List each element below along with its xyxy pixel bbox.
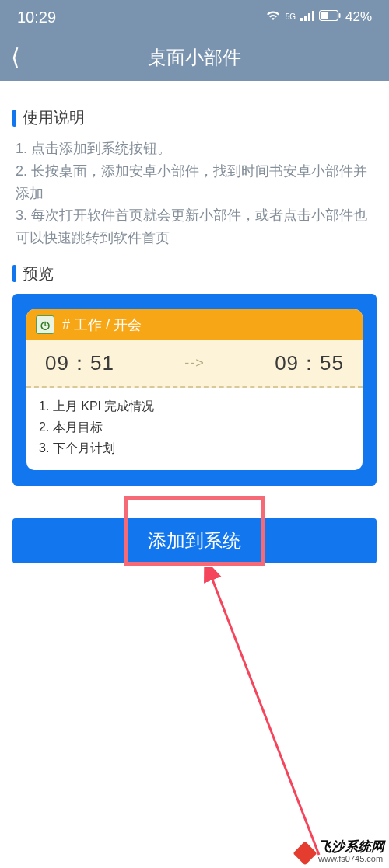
- svg-rect-2: [308, 13, 310, 21]
- status-time: 10:29: [17, 9, 56, 26]
- battery-percent: 42%: [345, 9, 372, 25]
- arrow-icon: -->: [184, 355, 205, 371]
- widget-times: 09：51 --> 09：55: [26, 340, 363, 388]
- instruction-line: 3. 每次打开软件首页就会更新小部件，或者点击小部件也可以快速跳转到软件首页: [16, 204, 377, 249]
- content-area: 使用说明 1. 点击添加到系统按钮。 2. 长按桌面，添加安卓小部件，找到时间书…: [0, 81, 389, 486]
- status-bar: 10:29 5G 42%: [0, 0, 389, 34]
- back-icon[interactable]: ⟨: [11, 46, 20, 69]
- add-to-system-button[interactable]: 添加到系统: [12, 518, 377, 563]
- svg-rect-1: [304, 16, 307, 21]
- page-title: 桌面小部件: [148, 45, 241, 70]
- widget-preview: ◷ # 工作 / 开会 09：51 --> 09：55 1. 上月 KPI 完成…: [26, 309, 363, 470]
- svg-rect-0: [300, 18, 303, 21]
- instruction-line: 1. 点击添加到系统按钮。: [16, 138, 377, 160]
- widget-app-icon: ◷: [36, 315, 54, 334]
- signal-icon: [300, 9, 314, 25]
- instructions-text: 1. 点击添加到系统按钮。 2. 长按桌面，添加安卓小部件，找到时间书安卓小部件…: [12, 138, 377, 249]
- preview-card: ◷ # 工作 / 开会 09：51 --> 09：55 1. 上月 KPI 完成…: [12, 294, 377, 486]
- svg-rect-3: [312, 11, 314, 21]
- widget-task-item: 2. 本月目标: [39, 417, 350, 437]
- watermark-url: www.fs0745.com: [318, 855, 384, 863]
- watermark-logo-icon: [293, 841, 317, 865]
- widget-header: ◷ # 工作 / 开会: [26, 309, 363, 340]
- section-title-instructions: 使用说明: [12, 107, 377, 128]
- page-header: ⟨ 桌面小部件: [0, 34, 389, 81]
- widget-tag: # 工作 / 开会: [62, 315, 142, 334]
- widget-task-item: 1. 上月 KPI 完成情况: [39, 396, 350, 417]
- widget-time-start: 09：51: [45, 350, 114, 377]
- svg-line-7: [210, 573, 319, 855]
- watermark: 飞沙系统网 www.fs0745.com: [296, 840, 384, 863]
- instruction-line: 2. 长按桌面，添加安卓小部件，找到时间书安卓小部件并添加: [16, 160, 377, 205]
- section-title-preview: 预览: [12, 263, 377, 284]
- network-label: 5G: [286, 13, 296, 21]
- widget-time-end: 09：55: [275, 350, 344, 377]
- annotation-arrow: [140, 567, 327, 863]
- watermark-name: 飞沙系统网: [318, 840, 384, 853]
- status-right: 5G 42%: [265, 9, 372, 26]
- widget-tasks: 1. 上月 KPI 完成情况 2. 本月目标 3. 下个月计划: [26, 388, 363, 470]
- battery-icon: [319, 9, 341, 25]
- wifi-icon: [265, 9, 281, 26]
- svg-rect-6: [338, 13, 340, 18]
- widget-task-item: 3. 下个月计划: [39, 437, 350, 458]
- svg-rect-5: [321, 12, 328, 19]
